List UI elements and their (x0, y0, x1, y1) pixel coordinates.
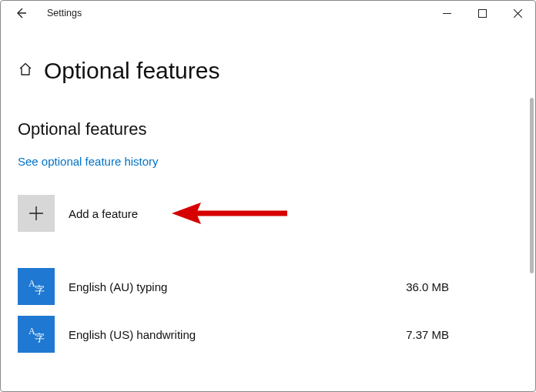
svg-text:字: 字 (35, 332, 45, 343)
arrow-left-icon (15, 7, 27, 19)
titlebar: Settings (1, 1, 535, 25)
annotation-arrow (172, 199, 287, 227)
home-icon[interactable] (18, 62, 33, 80)
svg-rect-0 (478, 9, 486, 17)
language-icon: A字 (18, 316, 55, 353)
feature-list: A字 English (AU) typing 36.0 MB A字 Englis… (18, 263, 518, 358)
maximize-icon (478, 9, 487, 18)
feature-name: English (US) handwriting (69, 328, 392, 341)
plus-icon (28, 205, 45, 222)
feature-item[interactable]: A字 English (US) handwriting 7.37 MB (18, 310, 518, 358)
feature-history-link[interactable]: See optional feature history (18, 155, 159, 168)
window-title: Settings (47, 8, 82, 18)
scrollbar-thumb[interactable] (530, 98, 534, 273)
language-icon: A字 (18, 268, 55, 305)
feature-size: 7.37 MB (406, 328, 449, 341)
close-icon (514, 9, 522, 18)
page-title: Optional features (44, 58, 219, 84)
section-title: Optional features (18, 119, 518, 139)
close-button[interactable] (500, 1, 535, 25)
content-area: Optional features Optional features See … (1, 25, 535, 358)
minimize-icon (443, 9, 451, 18)
add-feature-row[interactable]: Add a feature (18, 195, 518, 232)
back-button[interactable] (5, 1, 36, 25)
maximize-button[interactable] (464, 1, 500, 25)
window-controls (429, 1, 535, 25)
svg-text:字: 字 (35, 284, 45, 296)
feature-item[interactable]: A字 English (AU) typing 36.0 MB (18, 263, 518, 310)
add-feature-button[interactable] (18, 195, 55, 232)
add-feature-label: Add a feature (69, 207, 138, 220)
feature-name: English (AU) typing (69, 280, 392, 293)
page-heading: Optional features (18, 58, 518, 84)
feature-size: 36.0 MB (406, 280, 449, 293)
minimize-button[interactable] (429, 1, 464, 25)
